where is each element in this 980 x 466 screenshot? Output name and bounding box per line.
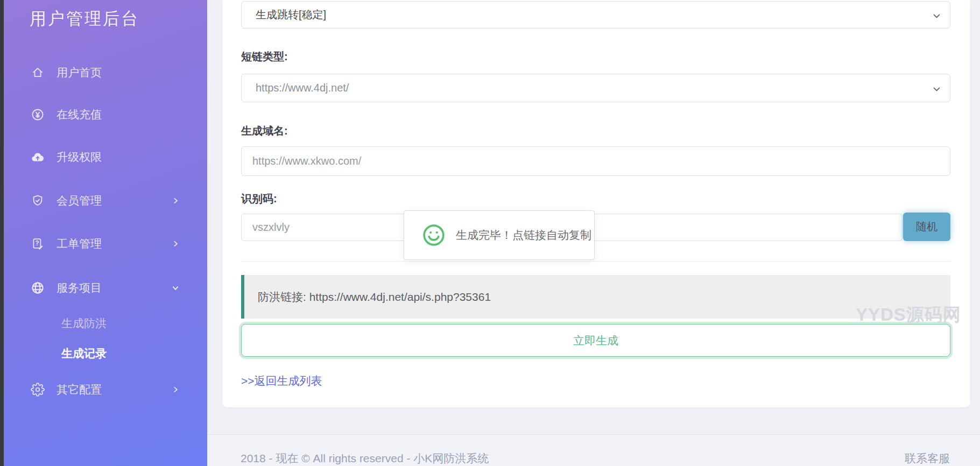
domain-input[interactable] <box>241 146 950 176</box>
shortlink-type-select-value: https://www.4dj.net/ <box>256 82 349 94</box>
flood-link-alert: 防洪链接: https://www.4dj.net/api/s.php?3536… <box>241 275 950 319</box>
shield-check-icon <box>31 194 45 208</box>
window-edge-strip <box>0 0 4 466</box>
yen-circle-icon <box>31 108 45 122</box>
globe-icon <box>31 281 45 295</box>
jump-type-select-value: 生成跳转[稳定] <box>256 8 326 22</box>
chevron-right-icon <box>172 240 179 248</box>
sidebar-item-label: 用户首页 <box>57 65 102 80</box>
generate-button[interactable]: 立即生成 <box>241 324 950 357</box>
ticket-doc-icon <box>31 237 45 251</box>
sidebar-subitem-generate-records[interactable]: 生成记录 <box>4 342 207 365</box>
footer-copyright: 2018 - 现在 © All rights reserved - 小K网防洪系… <box>241 451 489 466</box>
chevron-down-icon <box>932 11 941 23</box>
sidebar-subitem-label: 生成防洪 <box>61 316 107 331</box>
sidebar-item-members[interactable]: 会员管理 <box>4 189 207 213</box>
sidebar-item-tickets[interactable]: 工单管理 <box>4 232 207 256</box>
toast-message: 生成完毕！点链接自动复制 <box>456 228 591 243</box>
sidebar-item-label: 服务项目 <box>57 280 102 295</box>
gear-icon <box>31 383 45 397</box>
code-row: 随机 <box>241 213 950 241</box>
footer: 2018 - 现在 © All rights reserved - 小K网防洪系… <box>207 434 980 466</box>
sidebar-item-recharge[interactable]: 在线充值 <box>4 103 207 126</box>
chevron-right-icon <box>172 197 179 204</box>
home-icon <box>31 66 45 80</box>
chevron-down-icon <box>172 284 179 292</box>
generate-form-card: 生成跳转[稳定] 短链类型: https://www.4dj.net/ 生成域名… <box>222 0 970 407</box>
sidebar-item-other-config[interactable]: 其它配置 <box>4 378 207 401</box>
cloud-upload-icon <box>31 150 45 164</box>
back-to-list-link[interactable]: >>返回生成列表 <box>241 373 322 389</box>
smiley-face-icon <box>421 223 446 248</box>
contact-support-link[interactable]: 联系客服 <box>905 451 950 466</box>
form-divider <box>241 261 950 262</box>
sidebar-subitem-generate-flood[interactable]: 生成防洪 <box>4 312 207 335</box>
chevron-right-icon <box>172 386 179 393</box>
sidebar-item-services[interactable]: 服务项目 <box>4 276 207 300</box>
code-label: 识别码: <box>241 192 277 206</box>
watermark: YYDS源码网 <box>856 303 961 327</box>
sidebar-subitem-label: 生成记录 <box>61 346 107 361</box>
jump-type-select[interactable]: 生成跳转[稳定] <box>241 1 950 29</box>
shortlink-type-label: 短链类型: <box>241 50 288 64</box>
sidebar-item-label: 其它配置 <box>57 382 102 397</box>
sidebar-item-label: 在线充值 <box>57 107 102 122</box>
sidebar-item-user-home[interactable]: 用户首页 <box>4 61 207 84</box>
sidebar-item-label: 升级权限 <box>57 150 102 165</box>
random-button[interactable]: 随机 <box>903 213 950 241</box>
sidebar-title: 用户管理后台 <box>30 8 139 30</box>
domain-label: 生成域名: <box>241 124 288 138</box>
main-content: 生成跳转[稳定] 短链类型: https://www.4dj.net/ 生成域名… <box>207 0 980 466</box>
sidebar-item-label: 工单管理 <box>57 236 102 251</box>
flood-link-text: 防洪链接: https://www.4dj.net/api/s.php?3536… <box>258 290 491 305</box>
shortlink-type-select[interactable]: https://www.4dj.net/ <box>241 74 950 102</box>
success-toast: 生成完毕！点链接自动复制 <box>404 210 595 260</box>
sidebar-item-label: 会员管理 <box>57 193 102 208</box>
sidebar: 用户管理后台 用户首页 在线充值 升级权限 会员管理 工单管理 <box>4 0 207 466</box>
sidebar-item-upgrade[interactable]: 升级权限 <box>4 145 207 169</box>
chevron-down-icon <box>932 84 941 96</box>
